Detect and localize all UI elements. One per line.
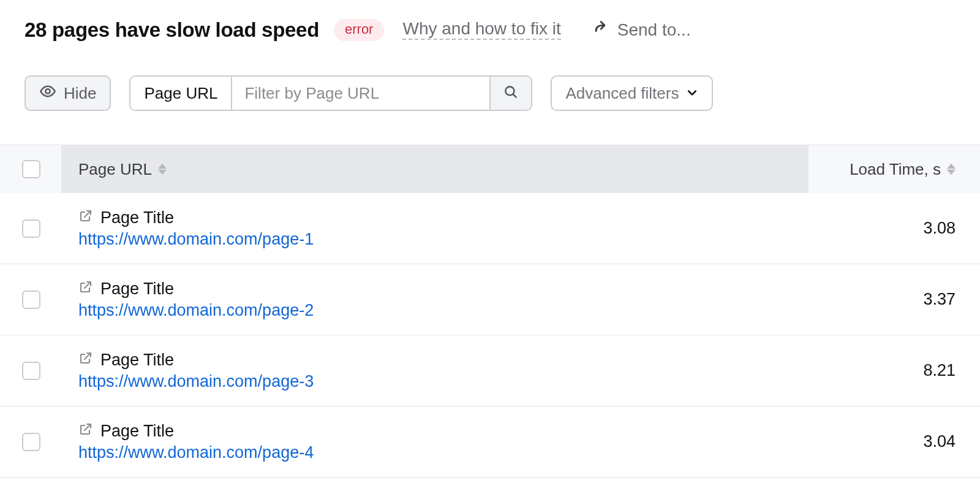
help-link[interactable]: Why and how to fix it	[402, 20, 560, 40]
sort-icon	[947, 163, 956, 175]
row-load-time: 3.04	[809, 406, 980, 477]
results-table: Page URL Load Time, s Page Titlehttps://…	[0, 145, 980, 478]
row-checkbox[interactable]	[22, 362, 40, 380]
row-page-url[interactable]: https://www.domain.com/page-3	[78, 372, 809, 391]
send-to-label: Send to...	[617, 20, 691, 40]
row-load-time: 3.08	[809, 193, 980, 264]
table-row: Page Titlehttps://www.domain.com/page-23…	[0, 264, 980, 335]
url-filter-field-select[interactable]: Page URL	[130, 77, 232, 110]
row-page-title: Page Title	[100, 351, 174, 370]
url-filter-input[interactable]	[232, 77, 489, 110]
external-link-icon[interactable]	[78, 208, 93, 227]
eye-icon	[39, 83, 56, 104]
column-header-url-label: Page URL	[78, 160, 152, 179]
row-checkbox[interactable]	[22, 433, 40, 451]
external-link-icon[interactable]	[78, 280, 93, 299]
sort-icon	[158, 163, 167, 175]
page-title: 28 pages have slow load speed	[24, 18, 319, 42]
row-load-time: 8.21	[809, 335, 980, 406]
svg-marker-4	[158, 170, 167, 175]
row-checkbox[interactable]	[22, 291, 40, 309]
table-row: Page Titlehttps://www.domain.com/page-38…	[0, 335, 980, 406]
row-checkbox[interactable]	[22, 219, 40, 238]
error-badge: error	[334, 19, 384, 41]
row-page-url[interactable]: https://www.domain.com/page-2	[78, 301, 809, 320]
row-page-url[interactable]: https://www.domain.com/page-1	[78, 230, 809, 249]
row-page-url[interactable]: https://www.domain.com/page-4	[78, 443, 809, 462]
row-page-title: Page Title	[100, 280, 174, 299]
svg-line-2	[513, 94, 516, 97]
column-header-load-time[interactable]: Load Time, s	[809, 145, 980, 193]
svg-marker-5	[947, 164, 956, 169]
row-page-title: Page Title	[100, 422, 174, 441]
url-filter-search-button[interactable]	[489, 77, 531, 110]
svg-point-0	[45, 89, 50, 93]
external-link-icon[interactable]	[78, 422, 93, 441]
column-header-load-label: Load Time, s	[850, 160, 941, 179]
hide-label: Hide	[64, 84, 96, 103]
select-all-checkbox[interactable]	[22, 160, 40, 178]
hide-button[interactable]: Hide	[24, 75, 111, 111]
chevron-down-icon	[686, 84, 698, 103]
column-header-url[interactable]: Page URL	[61, 145, 809, 193]
svg-marker-6	[947, 170, 956, 175]
advanced-filters-button[interactable]: Advanced filters	[551, 75, 713, 111]
table-row: Page Titlehttps://www.domain.com/page-43…	[0, 406, 980, 478]
external-link-icon[interactable]	[78, 351, 93, 370]
table-header: Page URL Load Time, s	[0, 145, 980, 193]
table-row: Page Titlehttps://www.domain.com/page-13…	[0, 193, 980, 264]
search-icon	[503, 84, 519, 102]
send-to-button[interactable]: Send to...	[592, 20, 691, 41]
row-page-title: Page Title	[100, 208, 174, 227]
share-arrow-icon	[592, 20, 609, 41]
url-filter-group: Page URL	[129, 75, 532, 111]
svg-marker-3	[158, 164, 167, 169]
advanced-filters-label: Advanced filters	[565, 84, 679, 103]
row-load-time: 3.37	[809, 264, 980, 335]
